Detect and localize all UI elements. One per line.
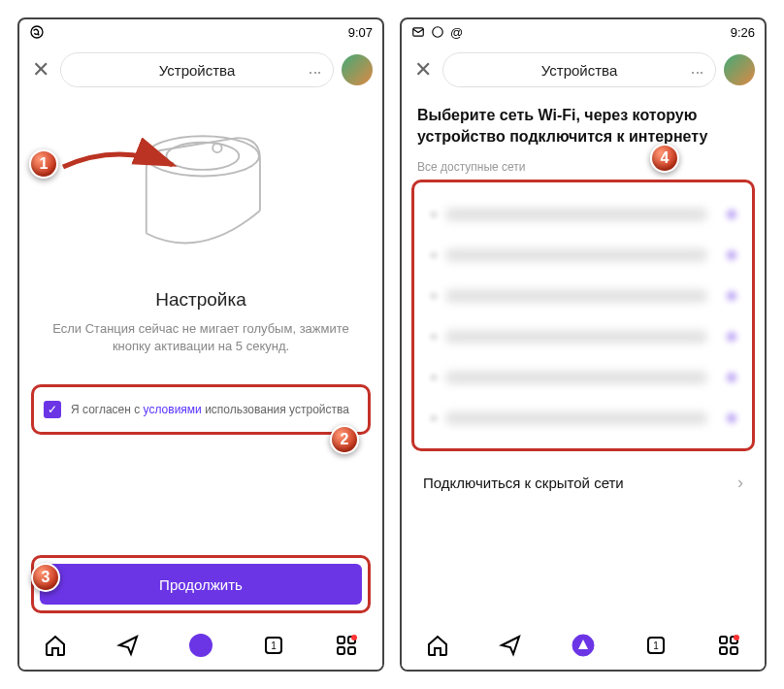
nav-menu-icon[interactable] (716, 633, 741, 658)
status-bar: 9:07 (19, 19, 382, 45)
callout-marker-1: 1 (29, 149, 58, 179)
header-title-box[interactable]: Устройства ⋮ (442, 52, 716, 87)
callout-marker-4: 4 (650, 144, 679, 173)
setup-subtitle: Если Станция сейчас не мигает голубым, з… (35, 320, 367, 355)
svg-rect-10 (348, 647, 355, 654)
bottom-nav: 1 (402, 621, 765, 670)
consent-checkbox[interactable]: ✓ (44, 401, 61, 418)
screen-setup: 9:07 ✕ Устройства ⋮ Настройка Если Станц… (17, 17, 384, 672)
wifi-signal-icon (727, 373, 736, 382)
wifi-subtitle: Все доступные сети (417, 160, 749, 174)
close-icon[interactable]: ✕ (411, 57, 435, 82)
nav-tabs-icon[interactable]: 1 (643, 633, 669, 658)
notification-dot (351, 635, 357, 640)
svg-text:1: 1 (271, 640, 277, 651)
nav-send-icon[interactable] (498, 633, 523, 658)
svg-rect-7 (338, 637, 344, 643)
nav-send-icon[interactable] (115, 633, 141, 658)
header-title: Устройства (159, 62, 235, 79)
consent-row[interactable]: ✓ Я согласен с условиями использования у… (31, 384, 371, 435)
mail-icon (411, 25, 425, 39)
status-icons-left: @ (411, 25, 463, 40)
avatar[interactable] (342, 54, 373, 85)
wifi-network-item[interactable] (422, 194, 744, 235)
nav-home-icon[interactable] (43, 633, 68, 658)
svg-rect-19 (731, 647, 737, 654)
terms-link[interactable]: условиями (144, 403, 202, 416)
svg-rect-18 (720, 647, 727, 654)
svg-rect-16 (720, 637, 727, 643)
nav-alice-icon[interactable] (188, 633, 213, 658)
content: Выберите сеть Wi-Fi, через которую устро… (402, 95, 765, 514)
wifi-signal-icon (727, 332, 736, 342)
wifi-network-item[interactable] (422, 235, 744, 276)
status-icons-left (29, 24, 45, 40)
svg-rect-9 (338, 647, 344, 654)
consent-text: Я согласен с условиями использования уст… (71, 403, 349, 416)
continue-button[interactable]: Продолжить (40, 564, 362, 605)
arrow-icon (58, 138, 184, 192)
wifi-network-item[interactable] (422, 398, 744, 439)
svg-point-3 (212, 144, 221, 152)
more-icon[interactable]: ⋮ (308, 66, 323, 75)
whatsapp-icon (29, 24, 45, 40)
wifi-signal-icon (727, 250, 736, 260)
more-icon[interactable]: ⋮ (690, 66, 705, 75)
nav-tabs-icon[interactable]: 1 (261, 633, 286, 658)
wifi-network-item[interactable] (422, 316, 744, 357)
chevron-right-icon: › (737, 473, 743, 493)
wifi-network-item[interactable] (422, 276, 744, 316)
at-icon: @ (450, 25, 463, 40)
notification-dot (734, 635, 739, 640)
nav-menu-icon[interactable] (334, 633, 359, 658)
status-bar: @ 9:26 (402, 19, 765, 45)
close-icon[interactable]: ✕ (29, 57, 52, 82)
wifi-signal-icon (727, 210, 736, 219)
nav-home-icon[interactable] (425, 633, 450, 658)
header-title: Устройства (541, 62, 617, 79)
callout-marker-2: 2 (330, 425, 359, 454)
avatar[interactable] (724, 54, 755, 85)
continue-highlight: Продолжить (31, 555, 371, 613)
status-time: 9:07 (348, 25, 373, 40)
wifi-list (411, 180, 755, 451)
wifi-title: Выберите сеть Wi-Fi, через которую устро… (417, 95, 749, 160)
header: ✕ Устройства ⋮ (19, 45, 382, 95)
screen-wifi: @ 9:26 ✕ Устройства ⋮ Выберите сеть Wi-F… (400, 17, 767, 672)
svg-text:1: 1 (653, 640, 659, 651)
status-time: 9:26 (731, 25, 755, 40)
connect-hidden-network[interactable]: Подключиться к скрытой сети › (417, 451, 749, 514)
svg-point-12 (433, 27, 443, 38)
wifi-signal-icon (727, 291, 736, 301)
header: ✕ Устройства ⋮ (402, 45, 765, 95)
header-title-box[interactable]: Устройства ⋮ (60, 52, 334, 87)
wifi-network-item[interactable] (422, 357, 744, 398)
nav-alice-icon[interactable] (571, 633, 596, 658)
wifi-signal-icon (727, 413, 736, 423)
whatsapp-icon (431, 25, 444, 39)
svg-point-0 (31, 26, 43, 38)
bottom-nav: 1 (19, 621, 382, 670)
callout-marker-3: 3 (31, 563, 60, 592)
setup-title: Настройка (35, 289, 367, 311)
